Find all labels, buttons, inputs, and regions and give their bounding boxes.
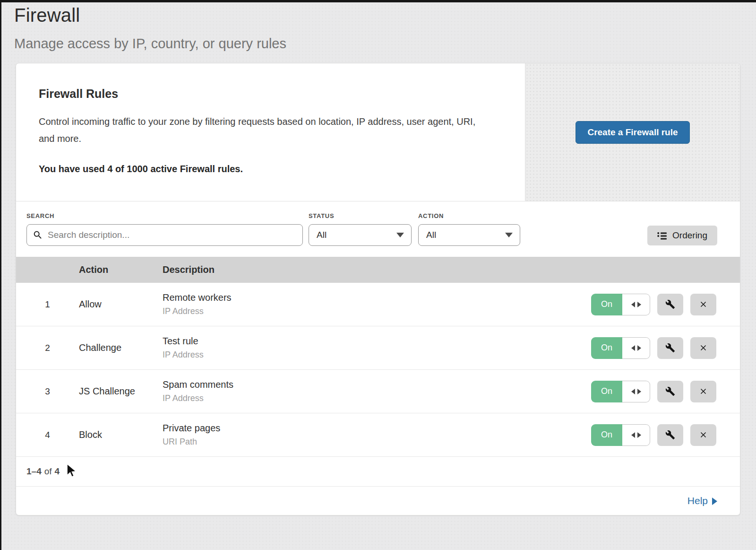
triangle-right-icon xyxy=(637,432,641,438)
wrench-icon xyxy=(665,299,675,309)
rule-description: Test rule xyxy=(163,336,591,347)
rule-action: JS Challenge xyxy=(79,386,163,397)
triangle-left-icon xyxy=(631,389,635,394)
table-row: 3 JS Challenge Spam comments IP Address … xyxy=(16,370,740,413)
toggle-state-label: On xyxy=(591,381,622,402)
rule-priority: 1 xyxy=(16,299,79,310)
rule-controls: On xyxy=(591,337,740,359)
edit-rule-button[interactable] xyxy=(657,337,683,359)
wrench-icon xyxy=(665,386,675,396)
search-label: SEARCH xyxy=(26,212,303,219)
status-filter-group: STATUS All xyxy=(309,211,412,246)
rule-controls: On xyxy=(591,294,740,315)
pagination-range: 1–4 xyxy=(26,466,42,477)
toggle-state-label: On xyxy=(591,294,622,315)
toggle-handle[interactable] xyxy=(622,294,650,315)
close-icon xyxy=(699,300,708,309)
rule-priority: 2 xyxy=(16,343,79,353)
rule-description-cell: Private pages URI Path xyxy=(163,423,591,447)
rule-enabled-toggle[interactable]: On xyxy=(591,337,650,359)
edit-rule-button[interactable] xyxy=(657,381,683,402)
rule-description-cell: Remote workers IP Address xyxy=(163,292,591,316)
rule-enabled-toggle[interactable]: On xyxy=(591,294,650,315)
rules-usage-note: You have used 4 of 1000 active Firewall … xyxy=(39,164,502,175)
triangle-left-icon xyxy=(631,302,635,307)
help-link[interactable]: Help xyxy=(687,495,717,506)
table-row: 2 Challenge Test rule IP Address On xyxy=(16,326,740,370)
triangle-left-icon xyxy=(631,345,635,351)
rules-description: Control incoming traffic to your zone by… xyxy=(39,113,488,148)
page-title: Firewall xyxy=(14,5,742,26)
page-subtitle: Manage access by IP, country, or query r… xyxy=(14,36,742,52)
filters-bar: SEARCH STATUS All ACTION All xyxy=(16,201,740,257)
delete-rule-button[interactable] xyxy=(690,381,716,402)
rule-priority: 4 xyxy=(16,430,79,440)
close-icon xyxy=(699,343,708,352)
rules-summary-section: Firewall Rules Control incoming traffic … xyxy=(16,63,740,201)
toggle-handle[interactable] xyxy=(622,381,650,402)
rule-priority: 3 xyxy=(16,386,79,397)
action-label: ACTION xyxy=(418,212,520,219)
delete-rule-button[interactable] xyxy=(690,424,716,446)
rule-description: Spam comments xyxy=(163,379,591,390)
table-header: Action Description xyxy=(16,257,740,283)
search-icon xyxy=(33,230,43,240)
action-selected-value: All xyxy=(426,230,436,240)
rule-controls: On xyxy=(591,381,740,402)
pagination: 1–4 of 4 xyxy=(16,457,740,486)
rule-description: Private pages xyxy=(163,423,591,434)
close-icon xyxy=(699,430,708,439)
delete-rule-button[interactable] xyxy=(690,337,716,359)
rules-summary-text: Firewall Rules Control incoming traffic … xyxy=(16,63,525,201)
action-select[interactable]: All xyxy=(418,224,520,246)
table-row: 1 Allow Remote workers IP Address On xyxy=(16,283,740,326)
rule-action: Allow xyxy=(79,299,163,310)
status-select[interactable]: All xyxy=(309,224,412,246)
rule-enabled-toggle[interactable]: On xyxy=(591,381,650,402)
pagination-separator: of xyxy=(44,466,52,477)
rule-match-type: URI Path xyxy=(163,437,591,447)
ordering-button-label: Ordering xyxy=(672,230,707,241)
chevron-down-icon xyxy=(505,233,513,237)
rule-action: Challenge xyxy=(79,342,163,353)
search-filter-group: SEARCH xyxy=(26,211,303,246)
create-rule-panel: Create a Firewall rule xyxy=(525,63,740,201)
triangle-left-icon xyxy=(631,432,635,438)
pagination-total: 4 xyxy=(55,466,60,477)
table-row: 4 Block Private pages URI Path On xyxy=(16,413,740,457)
triangle-right-icon xyxy=(637,389,641,394)
firewall-rules-card: Firewall Rules Control incoming traffic … xyxy=(16,63,740,515)
rule-enabled-toggle[interactable]: On xyxy=(591,424,650,446)
rule-match-type: IP Address xyxy=(163,393,591,403)
edit-rule-button[interactable] xyxy=(657,424,683,446)
search-input[interactable] xyxy=(26,224,303,246)
rule-controls: On xyxy=(591,424,740,446)
column-header-description: Description xyxy=(163,264,591,275)
chevron-down-icon xyxy=(396,233,404,237)
help-row: Help xyxy=(16,486,740,515)
rule-match-type: IP Address xyxy=(163,306,591,316)
list-icon xyxy=(657,232,667,240)
rule-description: Remote workers xyxy=(163,292,591,303)
status-label: STATUS xyxy=(309,212,412,219)
close-icon xyxy=(699,387,708,396)
create-firewall-rule-button[interactable]: Create a Firewall rule xyxy=(576,121,689,144)
wrench-icon xyxy=(665,343,675,353)
help-link-label: Help xyxy=(687,495,708,506)
rule-match-type: IP Address xyxy=(163,350,591,360)
toggle-handle[interactable] xyxy=(622,424,650,446)
triangle-right-icon xyxy=(637,345,641,351)
rules-table-body: 1 Allow Remote workers IP Address On 2 C… xyxy=(16,283,740,457)
toggle-state-label: On xyxy=(591,424,622,446)
toggle-handle[interactable] xyxy=(622,337,650,359)
triangle-right-icon xyxy=(712,498,717,505)
status-selected-value: All xyxy=(317,230,326,240)
edit-rule-button[interactable] xyxy=(657,294,683,315)
rule-description-cell: Spam comments IP Address xyxy=(163,379,591,403)
rule-description-cell: Test rule IP Address xyxy=(163,336,591,360)
ordering-button[interactable]: Ordering xyxy=(647,226,717,245)
toggle-state-label: On xyxy=(591,337,622,359)
page-header: Firewall Manage access by IP, country, o… xyxy=(0,0,756,63)
delete-rule-button[interactable] xyxy=(690,294,716,315)
triangle-right-icon xyxy=(637,302,641,307)
